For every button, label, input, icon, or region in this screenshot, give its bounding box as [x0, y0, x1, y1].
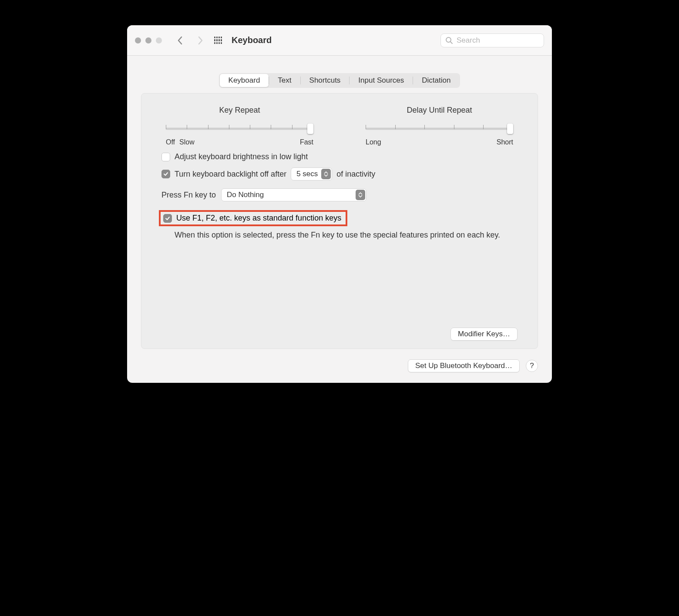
page-title: Keyboard [232, 35, 272, 45]
bottom-bar: Set Up Bluetooth Keyboard… ? [127, 358, 552, 383]
modifier-keys-button[interactable]: Modifier Keys… [450, 328, 518, 341]
slider-label-fast: Fast [300, 138, 313, 146]
backlight-duration-value: 5 secs [296, 170, 318, 178]
search-icon [445, 37, 453, 44]
highlighted-option: Use F1, F2, etc. keys as standard functi… [159, 210, 347, 226]
backlight-off-label-pre: Turn keyboard backlight off after [175, 170, 286, 179]
show-all-icon[interactable] [214, 37, 222, 44]
stepper-icon [356, 190, 365, 200]
zoom-icon[interactable] [156, 37, 162, 44]
tab-shortcuts[interactable]: Shortcuts [301, 74, 350, 87]
minimize-icon[interactable] [145, 37, 151, 44]
std-fn-keys-checkbox[interactable] [163, 214, 172, 223]
tab-keyboard[interactable]: Keyboard [220, 74, 269, 87]
bluetooth-keyboard-button[interactable]: Set Up Bluetooth Keyboard… [408, 359, 520, 372]
titlebar: Keyboard [127, 25, 552, 56]
std-fn-keys-description: When this option is selected, press the … [175, 230, 514, 241]
std-fn-keys-label: Use F1, F2, etc. keys as standard functi… [176, 214, 341, 223]
backlight-duration-select[interactable]: 5 secs [291, 167, 332, 181]
adjust-brightness-checkbox[interactable] [161, 153, 170, 161]
slider-label-short: Short [497, 138, 513, 146]
delay-label: Delay Until Repeat [366, 106, 513, 115]
close-icon[interactable] [135, 37, 141, 44]
search-input[interactable] [440, 33, 544, 47]
tab-bar: Keyboard Text Shortcuts Input Sources Di… [127, 73, 552, 88]
traffic-lights [135, 37, 162, 44]
search-field[interactable] [457, 36, 549, 45]
fn-key-value: Do Nothing [227, 191, 264, 199]
fn-key-label: Press Fn key to [161, 191, 216, 200]
key-repeat-slider[interactable]: Key Repeat Off Slow Fast [166, 106, 313, 146]
tab-input-sources[interactable]: Input Sources [350, 74, 413, 87]
svg-line-1 [450, 42, 452, 44]
help-button[interactable]: ? [526, 360, 538, 372]
adjust-brightness-label: Adjust keyboard brightness in low light [175, 152, 308, 161]
stepper-icon [321, 169, 331, 179]
preferences-window: Keyboard Keyboard Text Shortcuts Input S… [127, 25, 552, 383]
delay-slider[interactable]: Delay Until Repeat Long Short [366, 106, 513, 146]
key-repeat-label: Key Repeat [166, 106, 313, 115]
slider-label-off: Off [166, 138, 175, 146]
slider-label-slow: Slow [179, 138, 195, 146]
forward-button [194, 34, 206, 47]
slider-label-long: Long [366, 138, 381, 146]
tab-dictation[interactable]: Dictation [413, 74, 459, 87]
backlight-off-label-post: of inactivity [336, 170, 375, 179]
fn-key-select[interactable]: Do Nothing [221, 188, 366, 201]
tab-text[interactable]: Text [269, 74, 300, 87]
backlight-off-checkbox[interactable] [161, 170, 170, 178]
back-button[interactable] [174, 34, 186, 47]
keyboard-panel: Key Repeat Off Slow Fast [141, 93, 538, 349]
